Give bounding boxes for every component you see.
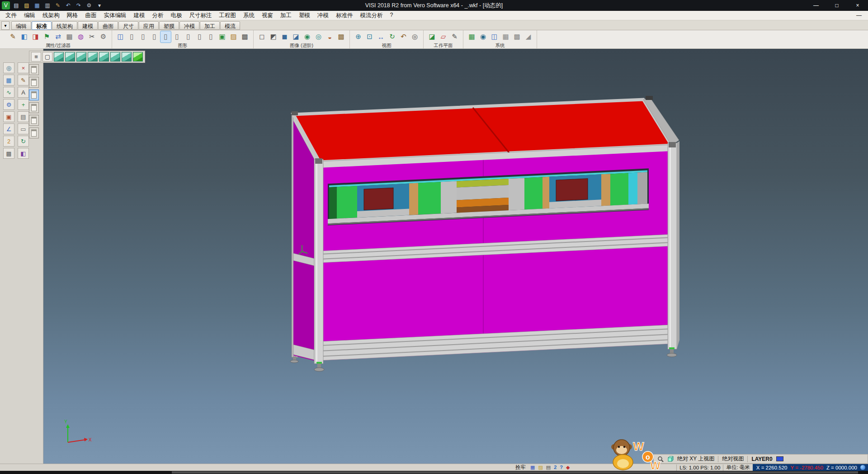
menu-window[interactable]: 视窗 — [258, 11, 277, 20]
globe-icon[interactable] — [860, 465, 865, 470]
tab-flow[interactable]: 模流 — [220, 21, 240, 30]
menu-electrode[interactable]: 电极 — [167, 11, 186, 20]
color-filter-icon[interactable]: ◍ — [75, 31, 86, 43]
clipboard-slot-1[interactable] — [29, 64, 39, 75]
tab-mould[interactable]: 塑膜 — [159, 21, 179, 30]
solid-tool-icon[interactable]: ▣ — [3, 111, 14, 122]
tab-dimension[interactable]: 尺寸 — [118, 21, 138, 30]
ramp-icon[interactable]: ◢ — [523, 31, 533, 43]
view-orientation-label[interactable]: 绝对 XY 上视图 — [677, 455, 714, 463]
solids-toggle-icon[interactable]: ▯ — [183, 31, 193, 43]
help-status-icon[interactable]: ? — [560, 465, 563, 470]
rotate-view-icon[interactable]: ↻ — [387, 31, 397, 43]
numbered-tool-icon[interactable]: 2 — [3, 136, 14, 147]
clipboard-slot-4[interactable] — [29, 102, 39, 113]
world-icon[interactable]: ◉ — [478, 31, 488, 43]
dims-toggle-icon[interactable]: ▯ — [206, 31, 216, 43]
units-status[interactable]: 单位: 毫米 — [723, 464, 752, 471]
tab-machining[interactable]: 加工 — [200, 21, 220, 30]
floppy-icon[interactable]: ▦ — [530, 465, 535, 470]
section-mode-icon[interactable]: ◒ — [325, 31, 335, 43]
swap-filter-icon[interactable]: ⇄ — [53, 31, 63, 43]
lines-toggle-icon[interactable]: ▯ — [138, 31, 148, 43]
hidden-line-mode-icon[interactable]: ◩ — [268, 31, 278, 43]
sheet-tool-icon[interactable]: ▤ — [18, 111, 29, 122]
folder-icon[interactable]: ▨ — [538, 465, 542, 470]
arcs-toggle-icon[interactable]: ▯ — [149, 31, 160, 43]
tab-modeling[interactable]: 建模 — [78, 21, 98, 30]
symbols-toggle-icon[interactable]: ▣ — [217, 31, 227, 43]
horizontal-scrollbar[interactable] — [0, 471, 868, 474]
tab-application[interactable]: 应用 — [139, 21, 159, 30]
ruler-tool-icon[interactable]: ▭ — [18, 123, 29, 134]
clipboard-slot-3[interactable] — [29, 90, 39, 100]
workplane-edit-icon[interactable]: ✎ — [449, 31, 460, 43]
display-all-icon[interactable]: ◫ — [115, 31, 126, 43]
menu-file[interactable]: 文件 — [2, 11, 20, 20]
texture-mode-icon[interactable]: ▩ — [336, 31, 346, 43]
workplane-standard-icon[interactable]: ◪ — [427, 31, 437, 43]
render-mode-icon[interactable]: ◉ — [302, 31, 312, 43]
layer-color-chip[interactable] — [776, 456, 783, 461]
shaded-mode-icon[interactable]: ◼ — [279, 31, 290, 43]
axes-cube-icon[interactable] — [667, 456, 674, 462]
menu-standard-parts[interactable]: 标准件 — [332, 11, 357, 20]
scrollbar-thumb[interactable] — [172, 471, 858, 474]
edge-filter-icon[interactable]: ◨ — [30, 31, 41, 43]
attribute-edit-icon[interactable]: ✎ — [8, 31, 18, 43]
matrix-icon[interactable]: ▩ — [512, 31, 522, 43]
zoom-tool-icon[interactable]: ◎ — [3, 62, 14, 73]
delete-tool-icon[interactable]: × — [18, 62, 29, 73]
modify-tool-icon[interactable]: + — [18, 99, 29, 110]
chart-tool-icon[interactable]: ◧ — [18, 148, 29, 159]
plan-view-icon[interactable]: ▢ — [42, 52, 52, 62]
groups-toggle-icon[interactable]: ▩ — [240, 31, 250, 43]
clipboard-slot-5[interactable] — [29, 115, 39, 126]
tab-wireframe[interactable]: 线架构 — [52, 21, 77, 30]
iso-view-cube[interactable] — [54, 52, 64, 62]
wireframe-mode-icon[interactable]: ◻ — [257, 31, 267, 43]
angle-tool-icon[interactable]: ∠ — [3, 123, 14, 134]
flag-filter-icon[interactable]: ⚑ — [42, 31, 52, 43]
transparent-mode-icon[interactable]: ◎ — [313, 31, 324, 43]
clip-filter-icon[interactable]: ✂ — [87, 31, 97, 43]
menu-wireframe[interactable]: 线架构 — [39, 11, 63, 20]
gear-tool-icon[interactable]: ⚙ — [3, 99, 14, 110]
top-view-cube[interactable] — [65, 52, 75, 62]
tab-surface[interactable]: 曲面 — [98, 21, 118, 30]
menu-dimension[interactable]: 尺寸标注 — [186, 11, 216, 20]
back-view-cube[interactable] — [110, 52, 120, 62]
texts-toggle-icon[interactable]: ▯ — [194, 31, 205, 43]
points-toggle-icon[interactable]: ▯ — [127, 31, 137, 43]
menu-mesh[interactable]: 网格 — [63, 11, 82, 20]
layers-tool-icon[interactable]: ▩ — [3, 148, 14, 159]
active-layer-label[interactable]: LAYER0 — [751, 456, 772, 462]
refresh-tool-icon[interactable]: ↻ — [18, 136, 29, 147]
child-window-minimize[interactable]: — — [856, 12, 862, 19]
notify-icon[interactable]: ◆ — [566, 465, 570, 470]
clipboard-slot-6[interactable] — [29, 128, 39, 138]
tab-overflow-caret[interactable]: ▾ — [1, 21, 9, 30]
menu-analysis[interactable]: 分析 — [149, 11, 167, 20]
menu-die[interactable]: 冲模 — [314, 11, 332, 20]
view-mode-label[interactable]: 绝对视图 — [722, 455, 744, 463]
menu-machining[interactable]: 加工 — [277, 11, 295, 20]
clipboard-slot-2[interactable] — [29, 77, 39, 88]
tab-standard[interactable]: 标准 — [32, 21, 52, 30]
minimize-button[interactable]: — — [806, 0, 826, 11]
left-view-cube[interactable] — [99, 52, 109, 62]
window-config-icon[interactable]: ◫ — [489, 31, 500, 43]
printer-icon[interactable]: ▤ — [546, 465, 551, 470]
filter-settings-icon[interactable]: ⚙ — [98, 31, 108, 43]
curves-toggle-icon[interactable]: ▯ — [160, 31, 171, 43]
viewport-3d[interactable]: X Y — [43, 49, 868, 464]
menu-flow-analysis[interactable]: 模流分析 — [357, 11, 387, 20]
layer-filter-icon[interactable]: ▦ — [64, 31, 75, 43]
pencil-tool-icon[interactable]: ✎ — [18, 75, 29, 85]
lock-toggle[interactable]: 拴牢 — [515, 464, 526, 471]
view-menu-icon[interactable]: ≡ — [31, 52, 41, 62]
scale-status[interactable]: LS: 1.00 PS: 1.00 — [677, 465, 723, 470]
color-grid-icon[interactable]: ▦ — [467, 31, 477, 43]
snap-count-icon[interactable]: 2 — [554, 465, 557, 470]
tab-edit[interactable]: 编辑 — [11, 21, 31, 30]
